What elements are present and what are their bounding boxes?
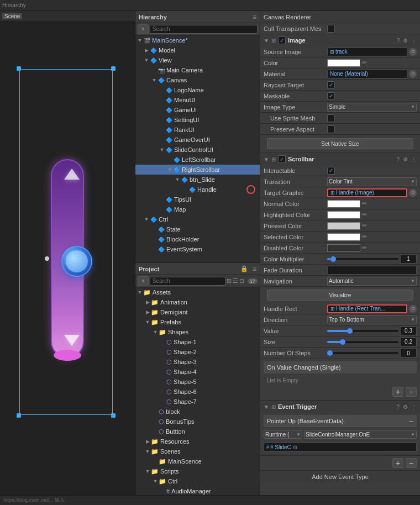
event-add-btn[interactable]: +: [392, 387, 403, 397]
raycast-checkbox[interactable]: [327, 81, 335, 89]
target-graphic-field[interactable]: ⊞ Handle (Image): [327, 188, 407, 197]
tree-item-leftscrollbar[interactable]: ▶ 🔷 LeftScrollbar: [135, 155, 260, 165]
runtime-dropdown[interactable]: Runtime ( ▼: [264, 430, 302, 439]
handler-dropdown[interactable]: SlideControlManager.OnE ▼: [304, 430, 417, 439]
expand-arrow[interactable]: ▼: [143, 57, 150, 64]
material-picker[interactable]: ⊙: [409, 70, 417, 78]
hierarchy-menu-icon[interactable]: ≡: [253, 13, 256, 21]
color-multiplier-slider[interactable]: [327, 258, 398, 260]
steps-num[interactable]: 0: [400, 349, 417, 357]
image-section-header[interactable]: ▼ ⊞ Image ? ⚙ ⋮: [260, 34, 420, 46]
proj-item-bonustips[interactable]: ▶ ⬡ BonusTips: [135, 417, 260, 427]
expand-arrow[interactable]: ▼: [151, 77, 158, 83]
tree-item-ctrl[interactable]: ▼ 🔷 Ctrl: [135, 214, 260, 224]
source-image-picker[interactable]: ⊙: [409, 48, 417, 56]
hierarchy-search[interactable]: [150, 25, 258, 34]
scrollbar-section-header[interactable]: ▼ ⊞ Scrollbar ? ⚙ ⋮: [260, 153, 420, 165]
maskable-checkbox[interactable]: [327, 92, 335, 100]
color-edit-icon[interactable]: ✏: [362, 200, 367, 207]
settings-icon[interactable]: ⚙: [403, 38, 408, 44]
proj-item-prefabs[interactable]: ▼ 📁 Prefabs: [135, 317, 260, 327]
pressed-color-picker[interactable]: [327, 222, 360, 230]
handle-rect-picker[interactable]: ⊙: [409, 305, 417, 313]
scrollbar-enable-checkbox[interactable]: [278, 155, 286, 163]
size-num[interactable]: 0.2: [400, 338, 417, 346]
tree-item-rankui[interactable]: ▶ 🔷 RankUI: [135, 125, 260, 135]
tree-item-state[interactable]: ▶ 🔷 State: [135, 224, 260, 234]
event-trigger-add-btn[interactable]: +: [392, 458, 403, 468]
proj-item-shape1[interactable]: ▶ ⬡ Shape-1: [135, 337, 260, 347]
tree-item-slidecontrolui[interactable]: ▼ 🔷 SlideControlUI: [135, 145, 260, 155]
proj-item-shape5[interactable]: ▶ ⬡ Shape-5: [135, 377, 260, 387]
settings-icon[interactable]: ⚙: [403, 156, 408, 162]
source-image-field[interactable]: ⊞ track: [327, 48, 407, 56]
more-icon[interactable]: ⋮: [411, 156, 417, 162]
tree-item-model[interactable]: ▶ 🔷 Model: [135, 45, 260, 55]
color-edit-icon[interactable]: ✏: [362, 211, 367, 218]
expand-arrow[interactable]: ▼: [159, 146, 165, 153]
lock-icon[interactable]: 🔒: [240, 265, 248, 272]
tree-item-logoname[interactable]: ▶ 🔷 LogoName: [135, 85, 260, 95]
transition-dropdown[interactable]: Color Tint ▼: [327, 177, 417, 186]
tree-item-gameoverui[interactable]: ▶ 🔷 GameOverUI: [135, 135, 260, 145]
selected-color-picker[interactable]: [327, 233, 360, 241]
project-add-btn[interactable]: +: [138, 276, 149, 286]
disabled-color-picker[interactable]: [327, 244, 360, 252]
proj-item-mainscene-asset[interactable]: ▶ 📁 MainScence: [135, 456, 260, 466]
image-type-dropdown[interactable]: Simple ▼: [327, 103, 417, 112]
proj-item-animation[interactable]: ▶ 📁 Animation: [135, 297, 260, 307]
material-field[interactable]: None (Material): [327, 70, 407, 78]
proj-item-buttton[interactable]: ▶ ⬡ Buttton: [135, 427, 260, 436]
tree-item-settingui[interactable]: ▶ 🔷 SettingUI: [135, 115, 260, 125]
target-graphic-picker[interactable]: ⊙: [409, 189, 417, 197]
settings-icon[interactable]: ⚙: [403, 404, 408, 410]
proj-item-shape7[interactable]: ▶ ⬡ Shape-7: [135, 397, 260, 407]
proj-item-ctrl-folder[interactable]: ▼ 📁 Ctrl: [135, 476, 260, 486]
add-event-type-btn[interactable]: Add New Event Type: [312, 474, 369, 480]
proj-item-shapes[interactable]: ▼ 📁 Shapes: [135, 327, 260, 337]
help-icon[interactable]: ?: [396, 404, 400, 410]
more-icon[interactable]: ⋮: [411, 404, 417, 410]
expand-arrow[interactable]: ▼: [143, 216, 150, 223]
color-edit-icon[interactable]: ✏: [362, 233, 367, 240]
fade-duration-field[interactable]: 0.1: [327, 266, 417, 275]
filter-icon[interactable]: ⊞: [227, 277, 232, 285]
proj-item-scripts[interactable]: ▼ 📁 Scripts: [135, 466, 260, 476]
add-event-type-row[interactable]: Add New Event Type: [260, 470, 420, 482]
tree-item-view[interactable]: ▼ 🔷 View: [135, 55, 260, 65]
color-edit-icon[interactable]: ✏: [362, 222, 367, 229]
value-num[interactable]: 0.3: [400, 327, 417, 335]
tree-item-handle[interactable]: ▶ 🔷 Handle: [135, 185, 260, 194]
proj-item-shape3[interactable]: ▶ ⬡ Shape-3: [135, 357, 260, 367]
navigation-dropdown[interactable]: Automatic ▼: [327, 277, 417, 286]
cull-checkbox[interactable]: [327, 25, 335, 33]
tree-item-blockholder[interactable]: ▶ 🔷 BlockHolder: [135, 234, 260, 244]
proj-item-resources[interactable]: ▶ 📁 Resources: [135, 436, 260, 446]
interactable-checkbox[interactable]: [327, 167, 335, 175]
color-edit-icon[interactable]: ✏: [362, 244, 367, 251]
event-trigger-remove-btn[interactable]: −: [406, 458, 417, 468]
proj-item-block[interactable]: ▶ ⬡ block: [135, 407, 260, 417]
normal-color-picker[interactable]: [327, 200, 360, 208]
scene-view[interactable]: [0, 22, 135, 495]
tree-item-menuui[interactable]: ▶ 🔷 MenuUI: [135, 95, 260, 105]
tree-item-eventsystem[interactable]: ▶ 🔷 EventSystem: [135, 244, 260, 254]
tree-item-map[interactable]: ▶ 🔷 Map: [135, 204, 260, 214]
project-search[interactable]: [150, 277, 225, 286]
handle-rect-field[interactable]: ⊞ Handle (Rect Tran...: [327, 304, 407, 313]
visualize-btn[interactable]: Visualize: [267, 290, 413, 301]
component-enable-checkbox[interactable]: [278, 36, 286, 44]
set-native-size-btn[interactable]: Set Native Size: [267, 138, 413, 149]
tree-item-rightscrollbar[interactable]: ▼ 🔷 RightScrollbar: [135, 165, 260, 175]
tree-item-tipsui[interactable]: ▶ 🔷 TipsUI: [135, 194, 260, 204]
expand-arrow[interactable]: ▼: [136, 37, 143, 44]
project-menu-icon[interactable]: ≡: [253, 265, 256, 273]
proj-item-demigiant[interactable]: ▶ 📁 Demigiant: [135, 307, 260, 317]
hierarchy-add-btn[interactable]: +: [138, 24, 149, 34]
help-icon[interactable]: ?: [396, 156, 400, 162]
proj-item-shape4[interactable]: ▶ ⬡ Shape-4: [135, 367, 260, 377]
proj-item-audiomanager[interactable]: ▶ # AudioManager: [135, 486, 260, 495]
steps-slider[interactable]: [327, 352, 398, 354]
tree-item-mainscene[interactable]: ▼ 🎬 MainScence*: [135, 35, 260, 45]
proj-item-shape2[interactable]: ▶ ⬡ Shape-2: [135, 347, 260, 357]
